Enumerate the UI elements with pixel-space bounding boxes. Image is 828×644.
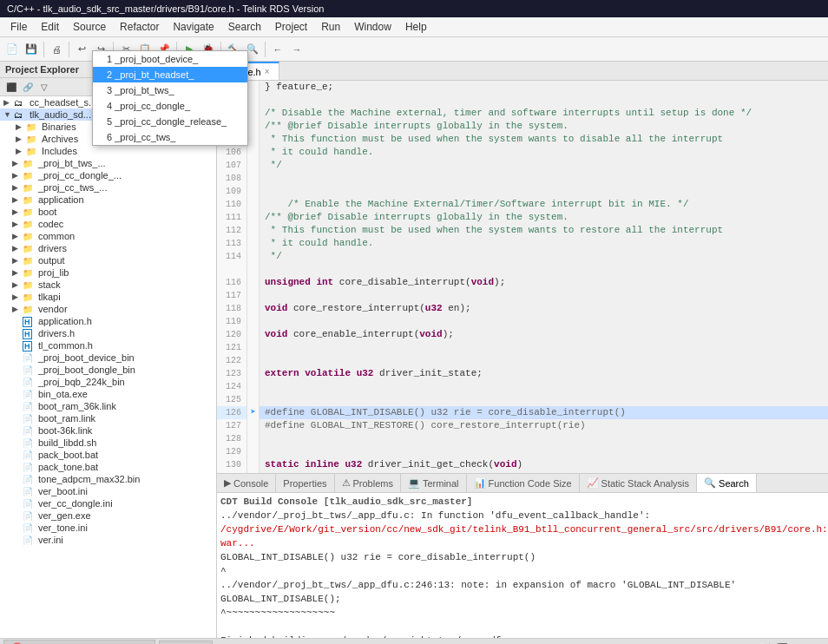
toolbar-new[interactable]: 📄 [3,41,21,58]
tree-item-output[interactable]: ▶📁output [0,254,216,266]
dock-btn-3[interactable]: ⬜ [757,641,772,645]
tree-item-boot_ram_36k_link[interactable]: 📄boot_ram_36k.link [0,400,216,412]
tree-item-application[interactable]: ▶📁application [0,194,216,206]
tree-item-boot_36k_link[interactable]: 📄boot-36k.link [0,424,216,437]
tree-item-ver_boot_ini[interactable]: 📄ver_boot.ini [0,485,216,497]
line-number-30: 131 [217,471,247,473]
title-text: C/C++ - tlk_audio_sdk_src_master/drivers… [7,3,324,14]
dropdown-item-0[interactable]: 1 _proj_boot_device_ [93,51,247,67]
tree-item-tone_adpcm_max32_bin[interactable]: 📄tone_adpcm_max32.bin [0,473,216,485]
tree-item-_proj_bt_tws_[interactable]: ▶📁_proj_bt_tws_... [0,157,216,169]
toolbar-undo[interactable]: ↩ [73,41,90,58]
console-line-0: ../vendor/_proj_bt_tws/_app_dfu.c: In fu… [220,509,825,522]
line-content-19: void core_enable_interrupt(void); [260,328,828,341]
bottom-tab-problems[interactable]: ⚠ Problems [335,474,401,492]
tab-close-icon[interactable]: × [265,67,270,76]
tree-item-pack_boot_bat[interactable]: 📄pack_boot.bat [0,449,216,461]
dropdown-item-1[interactable]: 2 _proj_bt_headset_ [93,67,247,82]
tree-item-drivers_h[interactable]: Hdrivers.h [0,327,216,339]
code-line-4: 105 * This function must be used when th… [217,133,828,146]
toolbar-forward[interactable]: → [288,41,306,58]
terminal-label: Terminal [423,478,459,489]
tree-item-ver_gen_exe[interactable]: 📄ver_gen.exe [0,509,216,522]
line-content-2: /* Disable the Machine external, timer a… [260,107,828,120]
menu-search[interactable]: Search [221,19,268,35]
console-line-2: GLOBAL_INT_DISABLE() u32 rie = core_disa… [220,550,825,564]
menu-edit[interactable]: Edit [34,19,66,35]
tree-item-drivers[interactable]: ▶📁drivers [0,242,216,254]
tree-item-tlkapi[interactable]: ▶📁tlkapi [0,291,216,303]
bottom-tab-search[interactable]: 🔍 Search [697,474,757,492]
menu-run[interactable]: Run [314,19,347,35]
menu-refactor[interactable]: Refactor [113,19,166,35]
tree-item-ver_ini[interactable]: 📄ver.ini [0,534,216,546]
tree-item-vendor[interactable]: ▶📁vendor [0,303,216,315]
tree-label-ver_tone_ini: ver_tone.ini [38,522,88,533]
tree-item-build_libdd_sh[interactable]: 📄build_libdd.sh [0,437,216,449]
tree-item-_proj_cc_tws_[interactable]: ▶📁_proj_cc_tws_... [0,181,216,194]
dock-btn-6[interactable]: △ [809,641,825,645]
sidebar-collapse-all[interactable]: ⬛ [3,80,19,94]
code-editor[interactable]: 101 } feature_e; 103 /* Disable the Mach… [217,81,828,473]
tree-item-ver_cc_dongle_ini[interactable]: 📄ver_cc_dongle.ini [0,497,216,509]
line-marker-11 [247,224,260,237]
dropdown-item-4[interactable]: 5 _proj_cc_dongle_release_ [93,114,247,129]
dock-btn-4[interactable]: ⬛ [774,641,790,645]
toolbar-print[interactable]: 🖨 [48,41,65,58]
dropdown-item-3[interactable]: 4 _proj_cc_dongle_ [93,98,247,114]
bottom-tab-terminal[interactable]: 💻 Terminal [401,474,467,492]
code-line-2: 103 /* Disable the Machine external, tim… [217,107,828,120]
dropdown-item-5[interactable]: 6 _proj_cc_tws_ [93,129,247,145]
tree-item-application_h[interactable]: Happlication.h [0,315,216,327]
bottom-tab-funcsize[interactable]: 📊 Function Code Size [467,474,580,492]
menu-help[interactable]: Help [398,19,434,35]
dock-outline[interactable]: Outline × [159,641,213,645]
tree-item-_proj_bqb_224k_bin[interactable]: 📄_proj_bqb_224k_bin [0,376,216,388]
tree-item-includes[interactable]: ▶📁Includes [0,145,216,157]
bottom-tabs: ▶ Console Properties ⚠ Problems 💻 Termin… [217,474,828,493]
tree-item-bin_ota_exe[interactable]: 📄bin_ota.exe [0,388,216,400]
toolbar-save[interactable]: 💾 [23,41,40,58]
tree-item-codec[interactable]: ▶📁codec [0,218,216,230]
line-number-19: 120 [217,328,247,341]
tree-label-_proj_boot_device_bin: _proj_boot_device_bin [38,352,135,363]
line-marker-26 [247,419,260,432]
line-number-23: 124 [217,380,247,393]
dropdown-item-2[interactable]: 3 _proj_bt_tws_ [93,82,247,98]
dock-btn-5[interactable]: ▽ [792,641,807,645]
console-icon: ▶ [224,477,231,489]
console-line-1: /cygdrive/E/Work/git_version/cc/new_sdk_… [220,522,825,550]
tree-item-pack_tone_bat[interactable]: 📄pack_tone.bat [0,461,216,473]
bottom-tab-properties[interactable]: Properties [276,474,334,492]
tree-item-ver_tone_ini[interactable]: 📄ver_tone.ini [0,522,216,534]
tree-item-boot_ram_link[interactable]: 📄boot_ram.link [0,412,216,424]
dock-btn-2[interactable]: ▶ [739,641,755,645]
menu-window[interactable]: Window [347,19,398,35]
tree-item-_proj_boot_dongle_bin[interactable]: 📄_proj_boot_dongle_bin [0,364,216,376]
line-content-12: * it could handle. [260,237,828,250]
bottom-tab-stackanalysis[interactable]: 📈 Static Stack Analysis [580,474,698,492]
menu-project[interactable]: Project [268,19,314,35]
dock-target-manager[interactable]: 🎯 Target Manager : Local Tar × [3,640,155,644]
menu-navigate[interactable]: Navigate [166,19,220,35]
menu-file[interactable]: File [3,19,34,35]
dock-btn-1[interactable]: ◀ [722,641,738,645]
stack-label: Static Stack Analysis [601,478,690,489]
properties-label: Properties [283,478,326,489]
tree-item-proj_lib[interactable]: ▶📁proj_lib [0,266,216,279]
line-marker-10 [247,211,260,224]
bottom-tab-console[interactable]: ▶ Console [217,474,276,492]
tree-item-stack[interactable]: ▶📁stack [0,279,216,291]
tree-item-_proj_cc_dongle_[interactable]: ▶📁_proj_cc_dongle_... [0,169,216,181]
line-number-13: 114 [217,250,247,263]
tree-item-tl_common_h[interactable]: Htl_common.h [0,339,216,352]
sidebar-link-editor[interactable]: 🔗 [20,80,36,94]
menu-source[interactable]: Source [66,19,113,35]
tree-icon-pack_tone_bat: 📄 [23,463,36,472]
toolbar-back[interactable]: ← [269,41,286,58]
tree-item-_proj_boot_device_bin[interactable]: 📄_proj_boot_device_bin [0,352,216,364]
tree-item-boot[interactable]: ▶📁boot [0,206,216,218]
sidebar-menu[interactable]: ▽ [36,80,52,94]
tree-label-_proj_boot_dongle_bin: _proj_boot_dongle_bin [38,365,135,375]
tree-item-common[interactable]: ▶📁common [0,230,216,242]
